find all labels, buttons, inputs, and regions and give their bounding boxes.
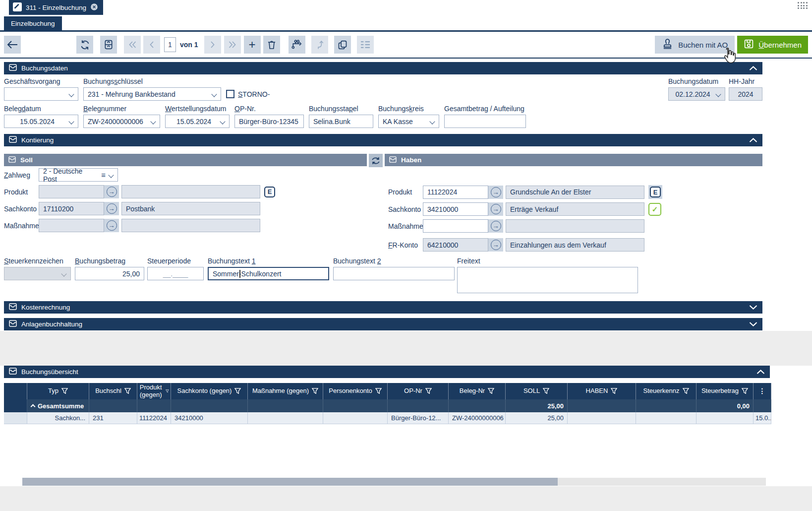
haben-sachkonto-lookup-button[interactable]: → <box>488 202 503 216</box>
section-kostenrechnung[interactable]: Kostenrechnung <box>4 301 762 314</box>
buchungsbetrag-input[interactable]: 25,00 <box>75 267 144 280</box>
table-row[interactable]: Sachkon... 231 11122024 34210000 Bürger-… <box>4 412 771 424</box>
column-menu-kebab-icon[interactable]: ⋮ <box>754 383 771 399</box>
field-buchungstext1: Buchungstext 1 Sommer-Schulkonzert <box>208 257 329 280</box>
haben-produkt-lookup-button[interactable]: → <box>488 186 503 199</box>
haben-massnahme-lookup-button[interactable]: → <box>488 219 503 233</box>
valid-check-button[interactable]: ✓ <box>648 203 661 216</box>
chevron-down-icon[interactable] <box>749 304 757 311</box>
close-icon[interactable] <box>90 3 98 12</box>
haben-e-button-wrap[interactable]: E <box>648 185 662 199</box>
document-tab[interactable]: 311 - Einzelbuchung <box>9 0 103 15</box>
copy-icon[interactable] <box>334 36 351 54</box>
section-anlagenbuchhaltung[interactable]: Anlagenbuchhaltung <box>4 318 762 330</box>
last-page-button[interactable] <box>224 36 241 54</box>
soll-sachkonto-input[interactable]: 17110200 <box>39 202 104 215</box>
field-geschaeftsvorgang: Geschäftsvorgang <box>4 77 78 101</box>
fr-konto-input[interactable]: 64210000 <box>423 238 488 252</box>
table-summary-row[interactable]: Gesamtsumme 25,00 0,00 <box>4 399 771 412</box>
wertstellungsdatum-select[interactable]: 15.05.2024 <box>165 115 230 128</box>
card-file-icon[interactable] <box>100 36 117 54</box>
belegdatum-select[interactable]: 15.05.2024 <box>4 115 78 128</box>
op-nr-input[interactable]: Bürger-Büro-12345 <box>234 115 304 128</box>
tab-einzelbuchung[interactable]: Einzelbuchung <box>4 16 62 30</box>
column-header-personenkonto[interactable]: Personenkonto <box>323 383 388 399</box>
cell-steuerkennz <box>636 412 696 424</box>
swap-container <box>367 154 385 167</box>
chevron-down-icon <box>150 119 156 124</box>
soll-produkt-input[interactable] <box>39 185 104 198</box>
branch-arrow-icon[interactable] <box>311 36 328 54</box>
app-grid-icon[interactable] <box>798 2 809 10</box>
zahlweg-select[interactable]: 2 - Deutsche Post ≡ <box>39 168 118 182</box>
column-header-typ[interactable]: Typ <box>27 383 89 399</box>
buchungsdaten-row-1: Geschäftsvorgang Buchungsschlüssel 231 -… <box>4 77 762 101</box>
gesamtbetrag-input[interactable] <box>444 115 526 128</box>
section-buchungsdaten[interactable]: Buchungsdaten <box>4 62 762 74</box>
arrow-right-icon: → <box>107 220 117 231</box>
buchungskreis-select[interactable]: KA Kasse <box>378 115 439 128</box>
list-view-icon[interactable] <box>357 36 374 54</box>
column-header-op-nr[interactable]: OP-Nr <box>388 383 449 399</box>
buchungskreis-label: Buchungskreis <box>378 105 439 113</box>
column-header-beleg-nr[interactable]: Beleg-Nr <box>449 383 506 399</box>
chevron-up-icon[interactable] <box>749 64 757 72</box>
scrollbar-thumb[interactable] <box>22 478 558 486</box>
geschaeftsvorgang-select[interactable] <box>4 87 78 101</box>
column-header-steuerbetrag[interactable]: Steuerbetrag <box>696 383 754 399</box>
fr-konto-lookup-button[interactable]: → <box>488 238 503 252</box>
buchen-mit-ao-button[interactable]: Buchen mit AO <box>655 36 735 54</box>
hamburger-icon[interactable]: ≡ <box>101 171 106 179</box>
haben-massnahme-input[interactable] <box>423 219 488 233</box>
freitext-textarea[interactable] <box>457 267 638 293</box>
add-icon[interactable]: + <box>244 36 261 54</box>
column-header-buchschl[interactable]: Buchschl <box>89 383 137 399</box>
section-buchungsuebersicht[interactable]: Buchungsübersicht <box>4 366 770 378</box>
soll-sachkonto-lookup-button[interactable]: → <box>104 202 119 215</box>
soll-massnahme-text <box>121 219 260 232</box>
column-header-haben[interactable]: HABEN <box>568 383 636 399</box>
column-header-steuerkennz[interactable]: Steuerkennz <box>636 383 696 399</box>
column-header-sachkonto-gegen[interactable]: Sachkonto (gegen) <box>171 383 248 399</box>
prev-page-button[interactable] <box>143 36 160 54</box>
column-header-produkt-gegen[interactable]: Produkt (gegen) <box>137 383 171 399</box>
section-kontierung[interactable]: Kontierung <box>4 134 762 146</box>
steuerkennzeichen-label: Steuerkennzeichen <box>4 257 71 265</box>
section-title: Kostenrechnung <box>21 304 70 311</box>
page-number-input[interactable]: 1 <box>164 37 176 52</box>
arrow-right-icon: → <box>491 187 501 197</box>
buchungstext2-input[interactable] <box>333 267 455 280</box>
filter-icon <box>61 388 68 394</box>
buchungstext1-input[interactable]: Sommer-Schulkonzert <box>208 267 329 280</box>
storno-checkbox[interactable] <box>226 90 234 98</box>
column-header-massnahme-gegen[interactable]: Maßnahme (gegen) <box>248 383 323 399</box>
chevron-down-icon[interactable] <box>749 320 757 328</box>
collapse-caret-icon[interactable] <box>31 404 36 409</box>
soll-e-button[interactable]: E <box>264 187 275 197</box>
next-page-button[interactable] <box>204 36 221 54</box>
steuerperiode-input[interactable]: __.____ <box>147 267 204 280</box>
soll-produkt-lookup-button[interactable]: → <box>104 185 119 198</box>
uebernehmen-button[interactable]: Übernehmen <box>737 36 808 54</box>
delete-icon[interactable] <box>263 36 280 54</box>
zahlweg-label: Zahlweg <box>4 171 39 179</box>
soll-massnahme-input[interactable] <box>39 219 104 232</box>
soll-massnahme-lookup-button[interactable]: → <box>104 219 119 232</box>
field-buchungsstapel: Buchungsstapel Selina.Bunk <box>309 105 373 128</box>
buchungsstapel-input[interactable]: Selina.Bunk <box>309 115 373 128</box>
distribute-icon[interactable] <box>289 36 305 54</box>
first-page-button[interactable] <box>124 36 141 54</box>
belegnummer-select[interactable]: ZW-24000000006 <box>83 115 160 128</box>
haben-sachkonto-input[interactable]: 34210000 <box>423 202 488 216</box>
haben-produkt-input[interactable]: 11122024 <box>423 186 488 199</box>
column-header-soll[interactable]: SOLL <box>506 383 568 399</box>
horizontal-scrollbar[interactable] <box>22 478 766 486</box>
buchungsdatum-select[interactable]: 02.12.2024 <box>668 87 725 101</box>
buchungsschluessel-select[interactable]: 231 - Mehrung Bankbestand <box>83 87 221 101</box>
swap-soll-haben-button[interactable] <box>369 154 383 167</box>
refresh-icon[interactable] <box>76 36 93 54</box>
chevron-up-icon[interactable] <box>749 136 757 144</box>
haben-e-button[interactable]: E <box>650 187 661 197</box>
back-button[interactable] <box>4 36 21 54</box>
chevron-up-icon[interactable] <box>756 368 765 376</box>
